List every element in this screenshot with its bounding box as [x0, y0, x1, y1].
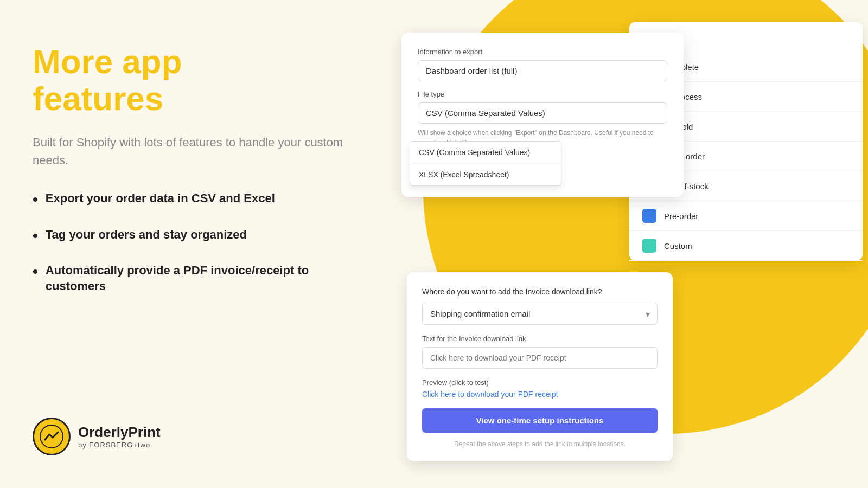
logo-icon	[33, 418, 71, 455]
subtitle: Built for Shopify with lots of features …	[33, 133, 347, 169]
invoice-location-select[interactable]: Shipping confirmation email	[422, 303, 658, 325]
left-panel: More appfeatures Built for Shopify with …	[33, 43, 347, 311]
logo-sub: by FORSBERG+two	[78, 441, 161, 449]
features-list: Export your order data in CSV and Excel …	[33, 191, 347, 294]
logo-text-block: OrderlyPrint by FORSBERG+two	[78, 424, 161, 449]
text-label: Text for the Invoice download link	[422, 335, 658, 343]
tag-label-custom: Custom	[664, 241, 692, 251]
file-type-label: File type	[418, 90, 667, 98]
logo-area: OrderlyPrint by FORSBERG+two	[33, 418, 161, 455]
invoice-question: Where do you want to add the Invoice dow…	[422, 287, 658, 296]
file-type-select[interactable]: CSV (Comma Separated Values)	[418, 102, 667, 124]
csv-dropdown: CSV (Comma Separated Values) XLSX (Excel…	[410, 141, 561, 186]
ui-cards-area: Information to export Dashboard order li…	[380, 0, 868, 488]
repeat-hint: Repeat the above steps to add the link i…	[422, 440, 658, 448]
feature-2: Tag your orders and stay organized	[33, 227, 347, 246]
csv-option-csv[interactable]: CSV (Comma Separated Values)	[410, 142, 561, 164]
preview-link[interactable]: Click here to download your PDF receipt	[422, 390, 658, 399]
tag-label-preorder: Pre-order	[664, 211, 698, 221]
csv-option-xlsx[interactable]: XLSX (Excel Spreadsheet)	[410, 164, 561, 185]
invoice-select-wrapper: Shipping confirmation email ▾	[422, 303, 658, 325]
tag-color-custom	[642, 239, 656, 253]
feature-3: Automatically provide a PDF invoice/rece…	[33, 263, 347, 294]
logo-name: OrderlyPrint	[78, 424, 161, 441]
setup-btn[interactable]: View one-time setup instructions	[422, 408, 658, 433]
tag-color-preorder	[642, 209, 656, 223]
export-card: Information to export Dashboard order li…	[401, 33, 684, 197]
info-label: Information to export	[418, 48, 667, 56]
feature-1: Export your order data in CSV and Excel	[33, 191, 347, 209]
preview-label: Preview (click to test)	[422, 378, 658, 387]
tag-preorder[interactable]: Pre-order	[629, 201, 863, 231]
main-title: More appfeatures	[33, 43, 347, 117]
invoice-card: Where do you want to add the Invoice dow…	[407, 272, 673, 461]
tag-custom[interactable]: Custom	[629, 231, 863, 261]
info-input[interactable]: Dashboard order list (full)	[418, 60, 667, 81]
text-input[interactable]	[422, 347, 658, 369]
